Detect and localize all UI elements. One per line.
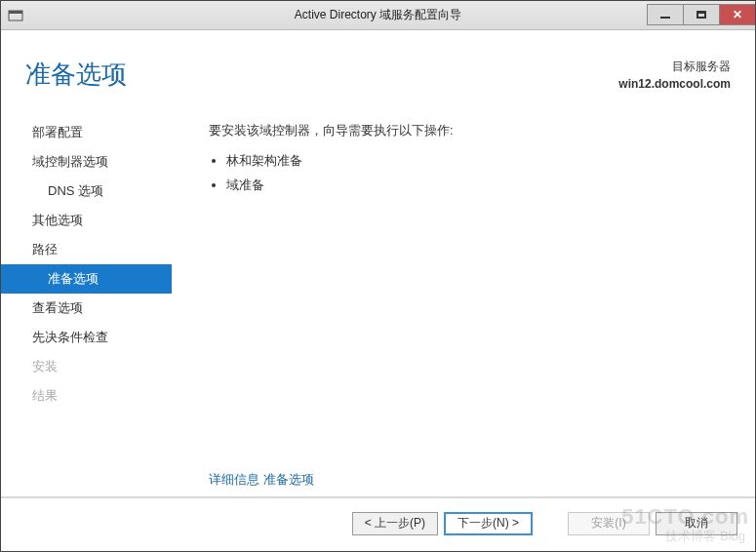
next-button[interactable]: 下一步(N) > — [444, 512, 533, 535]
install-button: 安装(I) — [568, 512, 650, 535]
titlebar: Active Directory 域服务配置向导 ✕ — [1, 1, 755, 30]
sidebar-item-results: 结果 — [1, 381, 172, 411]
more-info-link[interactable]: 准备选项 — [263, 472, 314, 487]
sidebar-item-dns-options[interactable]: DNS 选项 — [1, 177, 172, 206]
target-server-value: win12.domcool.com — [618, 75, 731, 93]
sidebar-item-paths[interactable]: 路径 — [1, 235, 172, 264]
operation-list: 林和架构准备 域准备 — [209, 149, 734, 197]
sidebar-item-install: 安装 — [1, 352, 172, 381]
operation-item: 域准备 — [226, 174, 734, 198]
cancel-button[interactable]: 取消 — [656, 512, 737, 535]
sidebar-item-prereq-check[interactable]: 先决条件检查 — [1, 323, 172, 352]
operation-item: 林和架构准备 — [226, 149, 734, 174]
window-title: Active Directory 域服务配置向导 — [295, 7, 461, 23]
more-info: 详细信息 准备选项 — [209, 471, 314, 489]
intro-text: 要安装该域控制器，向导需要执行以下操作: — [209, 122, 734, 139]
wizard-body: 部署配置 域控制器选项 DNS 选项 其他选项 路径 准备选项 查看选项 先决条… — [1, 108, 755, 496]
close-button[interactable]: ✕ — [719, 4, 756, 25]
target-server-box: 目标服务器 win12.domcool.com — [618, 58, 731, 93]
window-controls: ✕ — [647, 5, 755, 25]
sidebar-item-other-options[interactable]: 其他选项 — [1, 206, 172, 235]
sidebar-item-deployment-config[interactable]: 部署配置 — [1, 118, 172, 147]
wizard-footer: < 上一步(P) 下一步(N) > 安装(I) 取消 — [1, 497, 755, 548]
sidebar-item-preparation-options[interactable]: 准备选项 — [1, 264, 172, 294]
wizard-header: 准备选项 目标服务器 win12.domcool.com — [1, 30, 755, 108]
wizard-main-content: 要安装该域控制器，向导需要执行以下操作: 林和架构准备 域准备 详细信息 准备选… — [172, 108, 755, 496]
minimize-button[interactable] — [647, 4, 684, 25]
target-server-label: 目标服务器 — [618, 58, 731, 75]
svg-rect-1 — [9, 11, 22, 14]
wizard-sidebar: 部署配置 域控制器选项 DNS 选项 其他选项 路径 准备选项 查看选项 先决条… — [1, 108, 172, 496]
app-icon — [1, 8, 30, 23]
sidebar-item-review-options[interactable]: 查看选项 — [1, 294, 172, 323]
maximize-button[interactable] — [683, 4, 720, 25]
page-title: 准备选项 — [25, 58, 127, 93]
sidebar-item-dc-options[interactable]: 域控制器选项 — [1, 147, 172, 177]
previous-button[interactable]: < 上一步(P) — [352, 512, 438, 535]
more-info-prefix: 详细信息 — [209, 472, 259, 487]
